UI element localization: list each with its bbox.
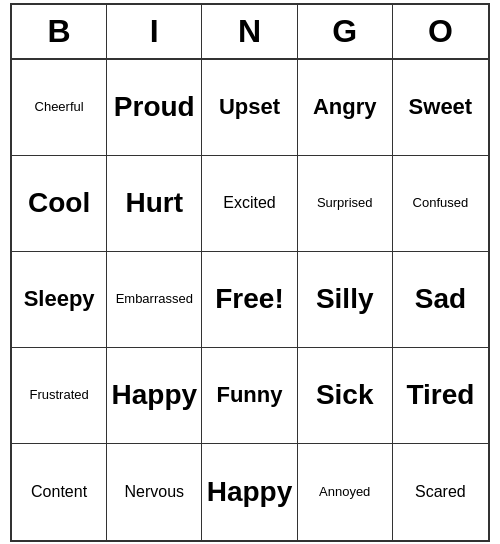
- cell-text: Hurt: [126, 186, 184, 220]
- cell-text: Sick: [316, 378, 374, 412]
- cell-text: Upset: [219, 94, 280, 120]
- bingo-cell[interactable]: Frustrated: [12, 348, 107, 444]
- cell-text: Angry: [313, 94, 377, 120]
- bingo-cell[interactable]: Happy: [107, 348, 202, 444]
- cell-text: Sweet: [409, 94, 473, 120]
- cell-text: Happy: [207, 475, 293, 509]
- cell-text: Frustrated: [29, 387, 88, 403]
- cell-text: Excited: [223, 193, 275, 212]
- cell-text: Annoyed: [319, 484, 370, 500]
- cell-text: Proud: [114, 90, 195, 124]
- cell-text: Surprised: [317, 195, 373, 211]
- bingo-cell[interactable]: Sad: [393, 252, 488, 348]
- bingo-grid: CheerfulProudUpsetAngrySweetCoolHurtExci…: [12, 60, 488, 540]
- bingo-cell[interactable]: Nervous: [107, 444, 202, 540]
- header-letter: B: [12, 5, 107, 58]
- cell-text: Sad: [415, 282, 466, 316]
- cell-text: Cool: [28, 186, 90, 220]
- bingo-cell[interactable]: Free!: [202, 252, 297, 348]
- bingo-cell[interactable]: Content: [12, 444, 107, 540]
- bingo-cell[interactable]: Silly: [298, 252, 393, 348]
- bingo-cell[interactable]: Cheerful: [12, 60, 107, 156]
- bingo-header: BINGO: [12, 5, 488, 60]
- cell-text: Scared: [415, 482, 466, 501]
- bingo-cell[interactable]: Angry: [298, 60, 393, 156]
- bingo-cell[interactable]: Scared: [393, 444, 488, 540]
- bingo-cell[interactable]: Upset: [202, 60, 297, 156]
- cell-text: Tired: [406, 378, 474, 412]
- bingo-cell[interactable]: Proud: [107, 60, 202, 156]
- cell-text: Embarrassed: [116, 291, 193, 307]
- bingo-cell[interactable]: Cool: [12, 156, 107, 252]
- bingo-cell[interactable]: Confused: [393, 156, 488, 252]
- bingo-cell[interactable]: Surprised: [298, 156, 393, 252]
- cell-text: Happy: [112, 378, 198, 412]
- bingo-cell[interactable]: Excited: [202, 156, 297, 252]
- bingo-cell[interactable]: Happy: [202, 444, 297, 540]
- cell-text: Free!: [215, 282, 283, 316]
- cell-text: Sleepy: [24, 286, 95, 312]
- bingo-cell[interactable]: Tired: [393, 348, 488, 444]
- bingo-cell[interactable]: Embarrassed: [107, 252, 202, 348]
- header-letter: N: [202, 5, 297, 58]
- cell-text: Confused: [413, 195, 469, 211]
- cell-text: Silly: [316, 282, 374, 316]
- cell-text: Content: [31, 482, 87, 501]
- bingo-cell[interactable]: Hurt: [107, 156, 202, 252]
- cell-text: Nervous: [125, 482, 185, 501]
- bingo-cell[interactable]: Sweet: [393, 60, 488, 156]
- bingo-cell[interactable]: Annoyed: [298, 444, 393, 540]
- header-letter: O: [393, 5, 488, 58]
- bingo-cell[interactable]: Sleepy: [12, 252, 107, 348]
- header-letter: G: [298, 5, 393, 58]
- bingo-card: BINGO CheerfulProudUpsetAngrySweetCoolHu…: [10, 3, 490, 542]
- bingo-cell[interactable]: Sick: [298, 348, 393, 444]
- bingo-cell[interactable]: Funny: [202, 348, 297, 444]
- cell-text: Funny: [216, 382, 282, 408]
- header-letter: I: [107, 5, 202, 58]
- cell-text: Cheerful: [35, 99, 84, 115]
